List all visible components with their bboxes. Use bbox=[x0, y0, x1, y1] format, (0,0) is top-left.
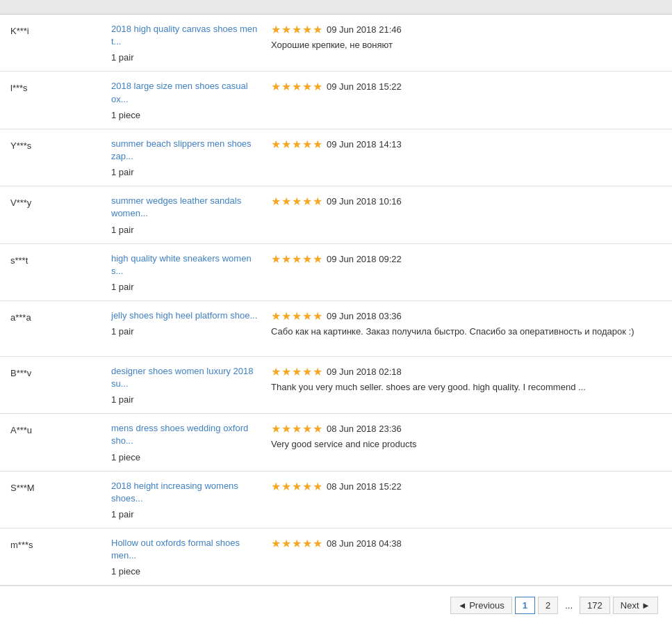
star-rating: ★★★★★ bbox=[271, 23, 322, 36]
star-icon: ★ bbox=[313, 422, 322, 435]
star-icon: ★ bbox=[281, 422, 291, 435]
feedback-cell: ★★★★★ 09 Jun 2018 03:36 Сабо как на карт… bbox=[271, 309, 662, 338]
transaction-link[interactable]: summer wedges leather sandals women... bbox=[111, 195, 241, 218]
quantity: 1 piece bbox=[111, 452, 264, 462]
feedback-cell: ★★★★★ 09 Jun 2018 10:16 bbox=[271, 195, 662, 211]
transaction-details: mens dress shoes wedding oxford sho... 1… bbox=[111, 422, 271, 462]
star-icon: ★ bbox=[302, 480, 312, 493]
transaction-link[interactable]: designer shoes women luxury 2018 su... bbox=[111, 366, 254, 389]
star-icon: ★ bbox=[292, 138, 302, 151]
stars-row: ★★★★★ 09 Jun 2018 09:22 bbox=[271, 252, 662, 266]
star-icon: ★ bbox=[302, 138, 312, 151]
feedback-text: Хорошие крепкие, не воняют bbox=[271, 39, 662, 51]
transaction-link[interactable]: summer beach slippers men shoes zap... bbox=[111, 138, 252, 161]
feedback-cell: ★★★★★ 09 Jun 2018 15:22 bbox=[271, 80, 662, 96]
table-row: S***M 2018 height increasing womens shoe… bbox=[0, 472, 672, 529]
star-rating: ★★★★★ bbox=[271, 80, 322, 93]
transaction-link[interactable]: jelly shoes high heel platform shoe... bbox=[111, 310, 257, 321]
star-icon: ★ bbox=[292, 537, 302, 550]
table-row: A***u mens dress shoes wedding oxford sh… bbox=[0, 414, 672, 471]
star-icon: ★ bbox=[281, 252, 291, 266]
buyer-name: Y***s bbox=[10, 138, 111, 151]
feedback-date: 09 Jun 2018 14:13 bbox=[327, 139, 402, 150]
star-icon: ★ bbox=[302, 195, 312, 208]
ellipsis: ... bbox=[561, 597, 577, 613]
star-rating: ★★★★★ bbox=[271, 365, 322, 378]
transaction-details: summer beach slippers men shoes zap... 1… bbox=[111, 138, 271, 177]
star-icon: ★ bbox=[281, 138, 291, 151]
star-icon: ★ bbox=[302, 309, 312, 323]
feedback-cell: ★★★★★ 09 Jun 2018 14:13 bbox=[271, 138, 662, 154]
star-rating: ★★★★★ bbox=[271, 252, 322, 266]
stars-row: ★★★★★ 09 Jun 2018 21:46 bbox=[271, 23, 662, 36]
star-icon: ★ bbox=[313, 480, 322, 493]
buyer-name: s***t bbox=[10, 252, 111, 266]
star-icon: ★ bbox=[313, 537, 322, 550]
stars-row: ★★★★★ 08 Jun 2018 23:36 bbox=[271, 422, 662, 435]
stars-row: ★★★★★ 09 Jun 2018 03:36 bbox=[271, 309, 662, 323]
transaction-link[interactable]: high quality white sneakers women s... bbox=[111, 253, 252, 276]
transaction-link[interactable]: Hollow out oxfords formal shoes men... bbox=[111, 538, 240, 561]
star-icon: ★ bbox=[302, 252, 312, 266]
quantity: 1 piece bbox=[111, 566, 264, 577]
feedback-date: 09 Jun 2018 03:36 bbox=[327, 311, 402, 321]
transaction-link[interactable]: 2018 height increasing womens shoes... bbox=[111, 481, 238, 504]
page-2-button[interactable]: 2 bbox=[538, 597, 558, 614]
star-icon: ★ bbox=[302, 23, 312, 36]
star-icon: ★ bbox=[281, 309, 291, 323]
transaction-details: 2018 high quality canvas shoes men t... … bbox=[111, 23, 271, 63]
transaction-details: summer wedges leather sandals women... 1… bbox=[111, 195, 271, 234]
star-icon: ★ bbox=[281, 80, 291, 93]
star-icon: ★ bbox=[271, 252, 281, 266]
star-rating: ★★★★★ bbox=[271, 422, 322, 435]
feedback-date: 09 Jun 2018 15:22 bbox=[327, 81, 402, 92]
star-icon: ★ bbox=[302, 80, 312, 93]
transaction-link[interactable]: 2018 large size men shoes casual ox... bbox=[111, 81, 248, 104]
quantity: 1 pair bbox=[111, 326, 264, 337]
quantity: 1 pair bbox=[111, 509, 264, 520]
star-icon: ★ bbox=[281, 365, 291, 378]
next-button[interactable]: Next ► bbox=[613, 597, 658, 614]
feedback-date: 08 Jun 2018 23:36 bbox=[327, 424, 402, 434]
star-icon: ★ bbox=[271, 23, 281, 36]
feedback-cell: ★★★★★ 09 Jun 2018 21:46 Хорошие крепкие,… bbox=[271, 23, 662, 51]
table-row: l***s 2018 large size men shoes casual o… bbox=[0, 72, 672, 129]
feedback-text: Сабо как на картинке. Заказ получила быс… bbox=[271, 325, 662, 338]
star-icon: ★ bbox=[271, 480, 281, 493]
star-icon: ★ bbox=[313, 252, 322, 266]
feedback-cell: ★★★★★ 08 Jun 2018 04:38 bbox=[271, 537, 662, 553]
table-body: K***i 2018 high quality canvas shoes men… bbox=[0, 15, 672, 586]
transaction-link[interactable]: mens dress shoes wedding oxford sho... bbox=[111, 423, 248, 446]
buyer-name: a***a bbox=[10, 309, 111, 323]
star-icon: ★ bbox=[281, 195, 291, 208]
buyer-name: V***y bbox=[10, 195, 111, 208]
star-rating: ★★★★★ bbox=[271, 309, 322, 323]
star-icon: ★ bbox=[281, 23, 291, 36]
quantity: 1 piece bbox=[111, 110, 264, 120]
star-icon: ★ bbox=[271, 80, 281, 93]
star-icon: ★ bbox=[271, 195, 281, 208]
stars-row: ★★★★★ 08 Jun 2018 04:38 bbox=[271, 537, 662, 550]
transaction-details: Hollow out oxfords formal shoes men... 1… bbox=[111, 537, 271, 577]
quantity: 1 pair bbox=[111, 225, 264, 235]
page-1-button[interactable]: 1 bbox=[515, 597, 535, 614]
buyer-name: S***M bbox=[10, 480, 111, 493]
transaction-details: jelly shoes high heel platform shoe... 1… bbox=[111, 309, 271, 337]
table-row: Y***s summer beach slippers men shoes za… bbox=[0, 129, 672, 186]
previous-button[interactable]: ◄ Previous bbox=[450, 597, 512, 614]
star-rating: ★★★★★ bbox=[271, 195, 322, 208]
feedback-cell: ★★★★★ 08 Jun 2018 23:36 Very good servic… bbox=[271, 422, 662, 451]
transaction-link[interactable]: 2018 high quality canvas shoes men t... bbox=[111, 24, 257, 47]
feedback-text: Very good service and nice products bbox=[271, 438, 662, 451]
star-icon: ★ bbox=[313, 23, 322, 36]
quantity: 1 pair bbox=[111, 52, 264, 63]
star-icon: ★ bbox=[292, 252, 302, 266]
table-header bbox=[0, 0, 672, 15]
quantity: 1 pair bbox=[111, 167, 264, 177]
star-icon: ★ bbox=[292, 365, 302, 378]
star-icon: ★ bbox=[271, 309, 281, 323]
stars-row: ★★★★★ 09 Jun 2018 10:16 bbox=[271, 195, 662, 208]
page-172-button[interactable]: 172 bbox=[580, 597, 610, 614]
table-row: V***y summer wedges leather sandals wome… bbox=[0, 186, 672, 243]
transaction-details: 2018 height increasing womens shoes... 1… bbox=[111, 480, 271, 520]
